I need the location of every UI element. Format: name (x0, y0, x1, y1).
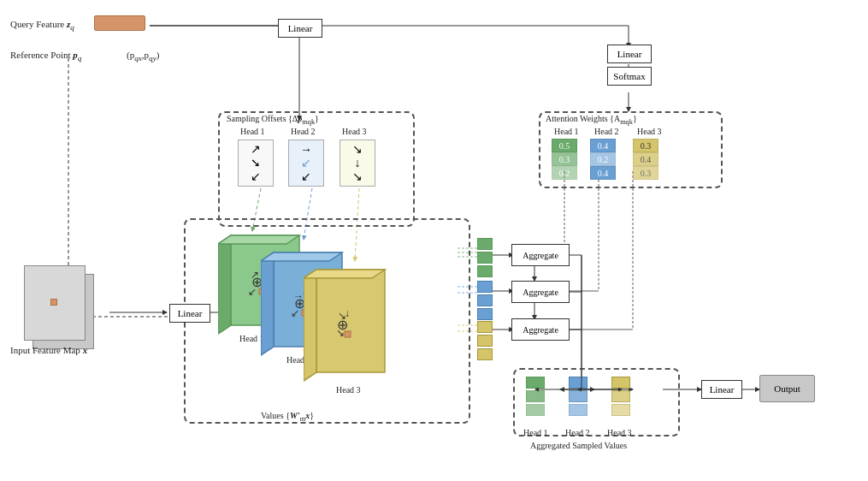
svg-text:↗: ↗ (251, 269, 259, 281)
aggregate-box-3: Aggregate (511, 318, 570, 341)
attn-head3-col: 0.3 0.4 0.3 (633, 139, 658, 180)
so-head2-arrows: → ↙ ↙ (288, 140, 324, 187)
aggregated-title: Aggregated Sampled Values (530, 441, 627, 450)
diagram: Query Feature zq Linear Linear Softmax R… (0, 0, 868, 481)
svg-text:↙: ↙ (248, 286, 257, 298)
bottom-head2-label (569, 377, 588, 416)
attn-h1-v1: 0.5 (552, 139, 577, 152)
p-coords-label: (pqx,pqy) (127, 50, 159, 62)
attn-h2-v2: 0.2 (590, 152, 616, 166)
linear-box-offsets: Linear (278, 19, 322, 38)
so-head1-arrows: ↗ ➘ ↙ (238, 140, 274, 187)
bottom-head1: Head 1 (523, 428, 548, 437)
attn-head2-col: 0.4 0.2 0.4 (590, 139, 616, 180)
input-ref-point (50, 299, 57, 306)
svg-marker-42 (261, 252, 342, 261)
aggregate-box-2: Aggregate (511, 281, 570, 303)
bottom-head2: Head 2 (565, 428, 590, 437)
attn-head1-col: 0.5 0.3 0.2 (552, 139, 577, 180)
input-feature-label: Input Feature Map x (10, 345, 87, 355)
sampling-offsets-title: Sampling Offsets {Δpmqk} (227, 114, 319, 126)
aggregate-box-1: Aggregate (511, 244, 570, 266)
linear-box-attn: Linear (607, 45, 652, 63)
so-head2-label: Head 2 (291, 127, 316, 136)
svg-text:↙: ↙ (291, 307, 299, 319)
softmax-box: Softmax (607, 67, 652, 86)
bottom-head1-label (526, 377, 545, 416)
query-feature-bar (94, 15, 145, 31)
attn-weights-title: Attention Weights {Amqk} (546, 114, 637, 126)
svg-text:↓: ↓ (345, 307, 350, 319)
aw-head1-label: Head 1 (554, 127, 579, 136)
linear-box-output: Linear (701, 380, 742, 399)
so-head3-label: Head 3 (342, 127, 367, 136)
attn-h1-v3: 0.2 (552, 166, 577, 180)
bottom-head3: Head 3 (607, 428, 632, 437)
svg-marker-48 (316, 270, 385, 372)
sval-col-head3 (477, 321, 493, 360)
attn-h2-v3: 0.4 (590, 166, 616, 180)
output-box: Output (759, 375, 815, 402)
sval-col-head2 (477, 281, 493, 320)
svg-marker-50 (304, 270, 385, 278)
svg-marker-49 (304, 270, 316, 381)
svg-marker-41 (261, 252, 274, 355)
svg-marker-34 (218, 235, 299, 244)
attn-h3-v1: 0.3 (633, 139, 658, 152)
query-feature-label: Query Feature zq (10, 19, 74, 32)
so-head1-label: Head 1 (240, 127, 265, 136)
feature-plane-head3: ⊕ ↘ ↓ ↘ (304, 261, 389, 394)
input-feature-front (24, 265, 86, 341)
sval-col-head1 (477, 238, 493, 277)
so-head3-arrows: ↘ ↓ ↘ (340, 140, 375, 187)
svg-rect-52 (345, 331, 351, 337)
attn-h3-v2: 0.4 (633, 152, 658, 166)
values-title: Values {W'mx} (261, 411, 314, 423)
attn-h2-v1: 0.4 (590, 139, 616, 152)
aw-head2-label: Head 2 (594, 127, 619, 136)
linear-box-main: Linear (169, 304, 210, 323)
reference-point-label: Reference Point pq (10, 50, 81, 62)
feature-plane-head3-label: Head 3 (336, 385, 361, 395)
svg-text:↘: ↘ (336, 327, 345, 339)
aw-head3-label: Head 3 (637, 127, 662, 136)
bottom-head3-label (611, 377, 630, 416)
attn-h3-v3: 0.3 (633, 166, 658, 180)
attn-h1-v2: 0.3 (552, 152, 577, 166)
svg-marker-33 (218, 235, 231, 334)
